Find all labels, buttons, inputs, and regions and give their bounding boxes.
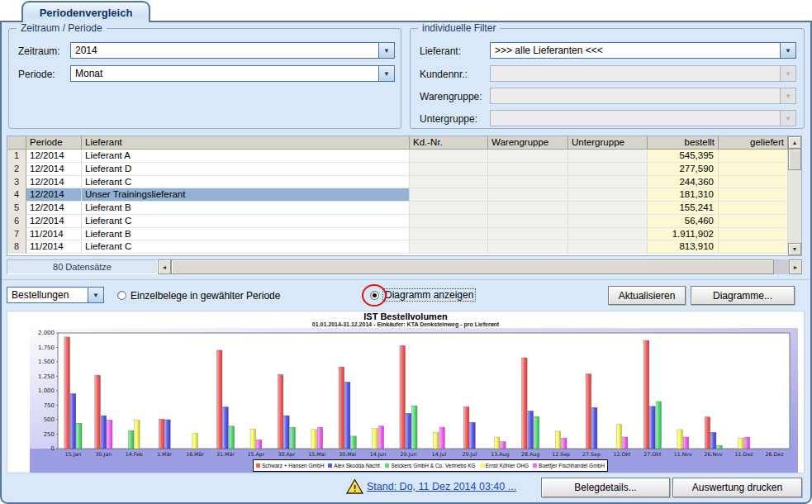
column-header-bestellt[interactable]: bestellt [648,136,719,150]
table-cell[interactable] [410,240,488,254]
table-cell[interactable]: Lieferant A [82,150,410,163]
table-cell[interactable] [568,240,648,254]
table-cell[interactable]: 11/2014 [26,228,82,241]
column-header-Warengruppe[interactable]: Warengruppe [488,136,568,150]
table-cell[interactable]: 12/2014 [26,176,82,189]
table-cell[interactable] [568,202,648,215]
horizontal-scrollbar[interactable]: ◄ ► [158,259,802,274]
legend-label: Schwarz + Hansen GmbH [262,463,324,468]
table-cell[interactable]: 181,310 [648,188,719,202]
column-header-Lieferant[interactable]: Lieferant [82,136,410,150]
table-cell[interactable]: 12/2014 [26,163,82,176]
table-cell[interactable] [568,188,648,202]
column-header-Kd.-Nr.[interactable]: Kd.-Nr. [410,136,488,150]
table-cell[interactable]: Lieferant B [82,228,410,241]
tab-periodenvergleich[interactable]: Periodenvergleich [21,1,150,22]
auswertung-drucken-button[interactable]: Auswertung drucken [672,478,802,497]
scroll-right-icon[interactable]: ► [789,259,802,274]
table-cell[interactable] [719,240,788,254]
table-cell[interactable] [410,188,488,202]
table-cell[interactable] [410,202,488,215]
radio-einzelbelege-label[interactable]: Einzelbelege in gewählter Periode [131,290,280,302]
table-cell[interactable]: 56,460 [648,215,719,228]
table-cell[interactable]: 155,241 [648,202,719,215]
table-cell[interactable]: 277,590 [648,163,719,176]
table-cell[interactable] [488,150,568,163]
table-cell[interactable] [568,215,648,228]
table-cell[interactable] [410,176,488,189]
table-cell[interactable]: 11/2014 [26,240,82,254]
row-number[interactable]: 8 [7,240,26,254]
table-cell[interactable]: 12/2014 [26,188,82,202]
table-cell[interactable]: 12/2014 [26,202,82,215]
scroll-down-icon[interactable]: ▼ [788,243,801,255]
table-cell[interactable] [410,215,488,228]
table-cell[interactable] [488,163,568,176]
row-number[interactable]: 4 [7,188,26,202]
scroll-left-icon[interactable]: ◄ [158,259,171,274]
table-cell[interactable] [719,228,788,241]
svg-text:14.Jun: 14.Jun [370,451,387,458]
table-cell[interactable] [488,202,568,215]
vertical-scroll-thumb[interactable] [788,149,801,170]
table-cell[interactable]: Unser Trainingslieferant [82,188,410,202]
table-cell[interactable]: 1.911,902 [648,228,719,241]
vertical-scrollbar[interactable]: ▲ ▼ [788,136,801,255]
row-number[interactable]: 5 [7,202,26,215]
row-number[interactable]: 7 [7,228,26,241]
table-cell[interactable] [488,188,568,202]
table-cell[interactable] [719,163,788,176]
table-cell[interactable] [568,228,648,241]
legend-item: Schwarz + Hansen GmbH [256,463,324,468]
diagramme-button[interactable]: Diagramme... [691,286,795,305]
aktualisieren-button[interactable]: Aktualisieren [608,286,686,305]
belegdetails-button[interactable]: Belegdetails... [541,478,670,497]
row-number[interactable]: 3 [7,176,26,189]
row-number[interactable]: 1 [7,150,26,163]
belegart-combobox[interactable]: Bestellungen ▼ [7,287,104,303]
table-cell[interactable] [719,188,788,202]
result-table-wrap: PeriodeLieferantKd.-Nr.WarengruppeUnterg… [7,136,802,256]
column-header-Untergruppe[interactable]: Untergruppe [568,136,648,150]
row-number[interactable]: 6 [7,215,26,228]
table-cell[interactable] [488,176,568,189]
table-cell[interactable]: Lieferant C [82,240,410,254]
table-cell[interactable] [488,240,568,254]
table-cell[interactable] [719,176,788,189]
table-cell[interactable] [410,150,488,163]
table-cell[interactable]: 244,360 [648,176,719,189]
table-cell[interactable]: 813,910 [648,240,719,254]
table-cell[interactable] [568,176,648,189]
scroll-up-icon[interactable]: ▲ [788,136,801,149]
table-cell[interactable]: Lieferant D [82,163,410,176]
column-header-geliefert[interactable]: geliefert [719,136,788,150]
table-cell[interactable] [568,163,648,176]
table-cell[interactable] [719,202,788,215]
svg-text:27.Okt: 27.Okt [643,451,662,457]
table-cell[interactable] [410,163,488,176]
legend-label: Selckers GmbH & Co. Vertriebs KG [391,463,475,468]
svg-text:16.Mär: 16.Mär [186,451,204,457]
table-cell[interactable] [488,215,568,228]
table-cell[interactable]: 545,395 [648,150,719,163]
table-cell[interactable]: Lieferant C [82,176,410,189]
chevron-down-icon[interactable]: ▼ [88,288,103,302]
stand-link[interactable]: Stand: Do, 11 Dez 2014 03:40 ... [367,481,516,492]
table-cell[interactable] [410,228,488,241]
horizontal-scroll-thumb[interactable] [171,259,774,274]
table-cell[interactable]: 12/2014 [26,215,82,228]
radio-diagramm-label[interactable]: Diagramm anzeigen [383,289,475,301]
column-header-rownum[interactable] [7,136,26,150]
svg-text:12.Okt: 12.Okt [613,451,631,457]
table-cell[interactable]: Lieferant C [82,215,410,228]
table-cell[interactable] [488,228,568,241]
column-header-Periode[interactable]: Periode [26,136,82,150]
table-cell[interactable] [719,150,788,163]
table-cell[interactable]: 12/2014 [26,150,82,163]
table-cell[interactable] [719,215,788,228]
radio-einzelbelege[interactable] [117,291,126,300]
table-cell[interactable] [568,150,648,163]
table-cell[interactable]: Lieferant B [82,202,410,215]
svg-text:750: 750 [44,402,55,409]
row-number[interactable]: 2 [7,163,26,176]
